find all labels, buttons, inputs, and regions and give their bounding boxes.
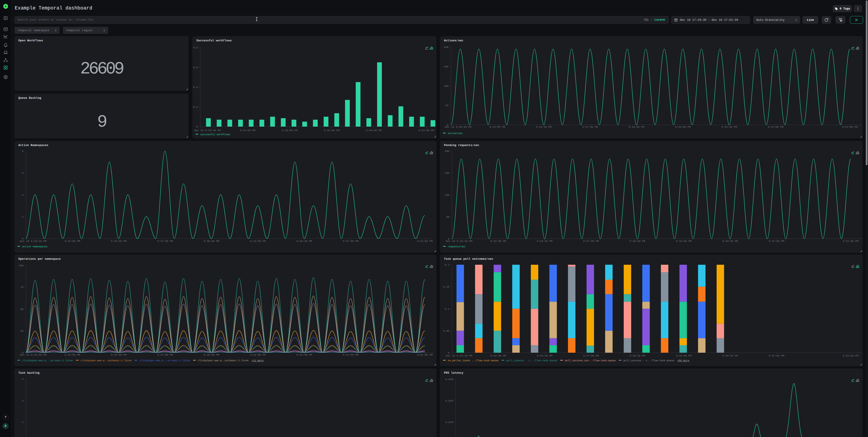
svg-text:5:34:30 PM: 5:34:30 PM bbox=[111, 240, 127, 243]
svg-text:5:39:30 PM: 5:39:30 PM bbox=[204, 240, 219, 243]
svg-text:5:42:00 PM: 5:42:00 PM bbox=[324, 129, 340, 132]
svg-text:5:32:00 PM: 5:32:00 PM bbox=[490, 125, 505, 128]
svg-text:5:42:00 PM: 5:42:00 PM bbox=[250, 353, 266, 356]
svg-text:5:34:30 PM: 5:34:30 PM bbox=[111, 353, 127, 356]
svg-text:no_poller_tasks ..-flow-task-q: no_poller_tasks ..-flow-task-queue bbox=[448, 359, 498, 362]
svg-text:5:39:30 PM: 5:39:30 PM bbox=[629, 125, 644, 128]
svg-text:75: 75 bbox=[20, 286, 24, 289]
svg-text:5:37:00 PM: 5:37:00 PM bbox=[583, 240, 599, 243]
svg-text:+12 more: +12 more bbox=[252, 359, 264, 362]
svg-text:3: 3 bbox=[22, 399, 24, 402]
svg-text:5:47:00 PM: 5:47:00 PM bbox=[768, 125, 783, 128]
svg-text:5:44:30 PM: 5:44:30 PM bbox=[296, 353, 312, 356]
svg-text:5:47:00 PM: 5:47:00 PM bbox=[769, 354, 784, 357]
svg-text:5:37:00 PM: 5:37:00 PM bbox=[582, 125, 598, 128]
svg-text:5:32:00 PM: 5:32:00 PM bbox=[491, 354, 506, 357]
svg-text:5:32:00 PM: 5:32:00 PM bbox=[65, 240, 80, 243]
svg-text:+56 more: +56 more bbox=[677, 359, 689, 362]
svg-text:10K: 10K bbox=[445, 193, 450, 196]
svg-text:0: 0 bbox=[448, 351, 450, 354]
svg-text:0.1: 0.1 bbox=[445, 308, 450, 310]
svg-text:0.05: 0.05 bbox=[443, 330, 450, 332]
svg-text:clickpipes-aws-p..-us-east-1.l: clickpipes-aws-p..-us-east-1.l2c4n bbox=[139, 359, 190, 362]
svg-text:clickpipes-aws-p..-us-east-2.l: clickpipes-aws-p..-us-east-2.l2c4n bbox=[22, 359, 73, 362]
svg-text:8: 8 bbox=[22, 150, 24, 153]
svg-text:5:32:00 PM: 5:32:00 PM bbox=[491, 240, 506, 243]
svg-text:5:51:00 PM: 5:51:00 PM bbox=[843, 240, 859, 243]
svg-text:Dec 16 5:29:30 PM: Dec 16 5:29:30 PM bbox=[445, 125, 471, 128]
svg-text:5:47:00 PM: 5:47:00 PM bbox=[343, 240, 359, 243]
svg-text:2: 2 bbox=[22, 215, 24, 218]
svg-text:5:42:00 PM: 5:42:00 PM bbox=[676, 354, 691, 357]
svg-text:0.15: 0.15 bbox=[443, 285, 450, 288]
svg-text:5:34:00 PM: 5:34:00 PM bbox=[240, 129, 255, 132]
svg-text:5:47:00 PM: 5:47:00 PM bbox=[343, 353, 359, 356]
svg-text:5:42:00 PM: 5:42:00 PM bbox=[250, 240, 266, 243]
svg-text:Dec 16 5:29:30 PM: Dec 16 5:29:30 PM bbox=[20, 240, 46, 243]
svg-text:5:34:30 PM: 5:34:30 PM bbox=[537, 354, 553, 357]
svg-text:5:37:00 PM: 5:37:00 PM bbox=[583, 354, 599, 357]
svg-text:150: 150 bbox=[444, 65, 448, 68]
svg-text:5:44:30 PM: 5:44:30 PM bbox=[721, 125, 737, 128]
svg-text:0.8: 0.8 bbox=[193, 46, 198, 49]
svg-text:0.2: 0.2 bbox=[445, 263, 450, 266]
svg-text:clickpipes-aws-p..outheast-2.l: clickpipes-aws-p..outheast-2.l2c4n bbox=[198, 359, 248, 362]
svg-text:5:51:00 PM: 5:51:00 PM bbox=[843, 354, 859, 357]
svg-text:5:37:00 PM: 5:37:00 PM bbox=[157, 240, 173, 243]
svg-text:5:51:00 PM: 5:51:00 PM bbox=[842, 125, 858, 128]
svg-text:50: 50 bbox=[445, 104, 448, 107]
svg-text:5:47:00 PM: 5:47:00 PM bbox=[769, 240, 784, 243]
svg-text:4: 4 bbox=[22, 378, 24, 380]
svg-text:5:46:00 PM: 5:46:00 PM bbox=[366, 129, 381, 132]
svg-text:5:38:00 PM: 5:38:00 PM bbox=[282, 129, 298, 132]
svg-text:5K: 5K bbox=[446, 215, 450, 218]
svg-text:0: 0 bbox=[196, 125, 198, 128]
svg-text:Dec 16 5:29:30 PM: Dec 16 5:29:30 PM bbox=[446, 354, 472, 357]
svg-text:5:42:00 PM: 5:42:00 PM bbox=[675, 125, 690, 128]
svg-text:200: 200 bbox=[444, 46, 448, 49]
svg-text:25: 25 bbox=[20, 330, 24, 332]
svg-text:requests/sec: requests/sec bbox=[448, 245, 466, 248]
svg-text:poll_success · c..-flow-task-q: poll_success · c..-flow-task-queue bbox=[623, 359, 674, 362]
svg-text:Dec 16 5:29:30 PM: Dec 16 5:29:30 PM bbox=[446, 240, 472, 243]
svg-text:0.019: 0.019 bbox=[445, 421, 453, 424]
svg-text:6: 6 bbox=[22, 171, 24, 175]
svg-text:0.2: 0.2 bbox=[193, 105, 198, 108]
svg-text:Dec 16 5:29:30 PM: Dec 16 5:29:30 PM bbox=[20, 353, 46, 356]
svg-text:2: 2 bbox=[22, 421, 24, 424]
svg-text:100: 100 bbox=[19, 264, 24, 267]
svg-text:5:42:00 PM: 5:42:00 PM bbox=[676, 240, 691, 243]
svg-text:5:44:30 PM: 5:44:30 PM bbox=[296, 240, 312, 243]
svg-text:poll_success_syn..-flow-task-q: poll_success_syn..-flow-task-queue bbox=[565, 359, 616, 362]
svg-text:poll_timeout · c..-flow-task-q: poll_timeout · c..-flow-task-queue bbox=[506, 359, 557, 362]
svg-text:5:39:30 PM: 5:39:30 PM bbox=[629, 354, 645, 357]
svg-text:5:51:00 PM: 5:51:00 PM bbox=[418, 129, 434, 132]
svg-text:action/sec: action/sec bbox=[448, 132, 463, 135]
svg-text:100: 100 bbox=[444, 85, 448, 88]
svg-text:5:39:30 PM: 5:39:30 PM bbox=[204, 353, 219, 356]
svg-text:active namespaces: active namespaces bbox=[22, 245, 48, 248]
svg-text:5:39:30 PM: 5:39:30 PM bbox=[629, 240, 645, 243]
svg-text:0.038: 0.038 bbox=[445, 378, 453, 381]
svg-text:0.4: 0.4 bbox=[193, 86, 198, 89]
svg-text:20K: 20K bbox=[445, 150, 450, 153]
svg-text:5:51:00 PM: 5:51:00 PM bbox=[417, 240, 433, 243]
svg-text:0.6: 0.6 bbox=[193, 66, 198, 69]
svg-text:5:32:00 PM: 5:32:00 PM bbox=[65, 353, 80, 356]
svg-text:4: 4 bbox=[22, 193, 24, 196]
svg-text:5:44:30 PM: 5:44:30 PM bbox=[722, 240, 738, 243]
svg-text:5:37:00 PM: 5:37:00 PM bbox=[157, 353, 173, 356]
svg-text:successful workflows: successful workflows bbox=[200, 133, 230, 136]
svg-text:5:34:30 PM: 5:34:30 PM bbox=[537, 240, 553, 243]
svg-text:clickpipes-aws-p..outheast-2.l: clickpipes-aws-p..outheast-2.l2c4n bbox=[81, 359, 131, 362]
svg-text:15K: 15K bbox=[445, 171, 450, 175]
svg-text:5:34:30 PM: 5:34:30 PM bbox=[536, 125, 552, 128]
svg-text:0.029: 0.029 bbox=[445, 399, 453, 402]
svg-text:50: 50 bbox=[20, 308, 24, 311]
svg-text:5:51:00 PM: 5:51:00 PM bbox=[417, 353, 433, 356]
svg-text:5:44:30 PM: 5:44:30 PM bbox=[722, 354, 738, 357]
svg-text:Dec 16 5:29:30 PM: Dec 16 5:29:30 PM bbox=[194, 129, 221, 132]
